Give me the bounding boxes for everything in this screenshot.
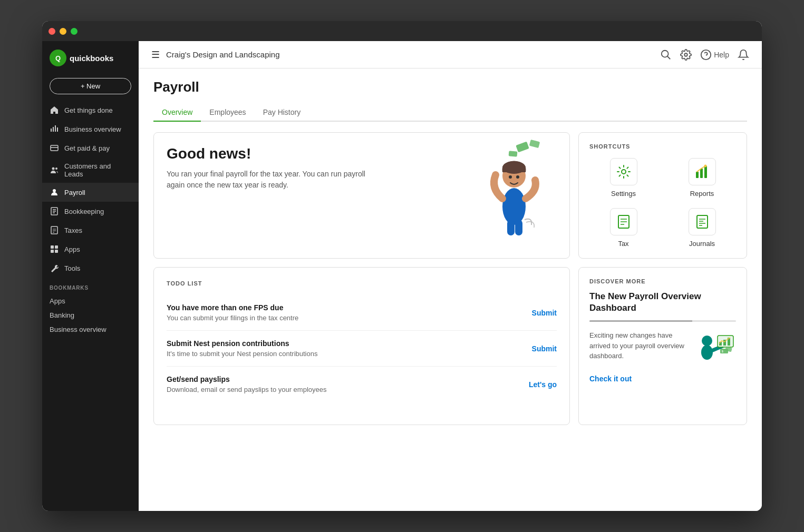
- svg-point-49: [701, 345, 713, 360]
- new-button-container: + New: [42, 75, 139, 101]
- bookmark-banking[interactable]: Banking: [50, 308, 131, 322]
- svg-rect-11: [51, 226, 57, 234]
- shortcut-settings[interactable]: Settings: [589, 158, 657, 198]
- todo-payslips-body: Download, email or send payslips to your…: [167, 386, 327, 393]
- sidebar-item-get-things-done[interactable]: Get things done: [42, 101, 139, 120]
- svg-point-27: [502, 188, 526, 225]
- svg-point-5: [55, 168, 57, 170]
- shortcuts-card: SHORTCUTS Settings: [578, 132, 747, 259]
- notifications-button[interactable]: [738, 49, 749, 61]
- svg-rect-36: [700, 169, 703, 178]
- discover-divider: [589, 320, 736, 322]
- settings-button[interactable]: [680, 49, 692, 61]
- svg-point-34: [622, 170, 626, 174]
- svg-point-48: [702, 336, 712, 346]
- sidebar-item-taxes[interactable]: Taxes: [42, 221, 139, 240]
- bookmark-business-overview[interactable]: Business overview: [50, 322, 131, 337]
- svg-point-21: [684, 53, 687, 56]
- discover-body-text: Exciting new changes have arrived to you…: [589, 330, 687, 361]
- discover-title: DISCOVER MORE: [589, 278, 736, 284]
- svg-rect-2: [51, 145, 58, 151]
- shortcut-reports[interactable]: Reports: [668, 158, 736, 198]
- sidebar-item-label: Taxes: [64, 226, 82, 234]
- todo-item-nest: Submit Nest pension contributions It's t…: [167, 331, 557, 367]
- search-button[interactable]: [660, 49, 672, 61]
- shortcut-journals-icon: [689, 208, 716, 235]
- company-name: Craig's Design and Landscaping: [166, 50, 654, 59]
- page-title: Payroll: [153, 79, 747, 95]
- main-content: ☰ Craig's Design and Landscaping Help: [139, 41, 762, 511]
- shortcut-journals[interactable]: Journals: [668, 208, 736, 248]
- close-button[interactable]: [49, 28, 55, 35]
- good-news-body: You ran your final payroll for the tax y…: [167, 169, 367, 191]
- page-content: Payroll Overview Employees Pay History G…: [139, 68, 762, 511]
- sidebar-item-get-paid-pay[interactable]: Get paid & pay: [42, 139, 139, 157]
- tab-overview[interactable]: Overview: [153, 104, 201, 122]
- top-actions: Help: [660, 49, 749, 61]
- todo-fps-heading: You have more than one FPS due: [167, 303, 298, 312]
- svg-rect-25: [529, 140, 540, 148]
- todo-card: TODO LIST You have more than one FPS due…: [153, 267, 570, 425]
- shortcut-settings-icon: [610, 158, 637, 185]
- shortcut-reports-icon: [689, 158, 716, 185]
- todo-fps-action[interactable]: Submit: [532, 309, 557, 317]
- sidebar-item-payroll[interactable]: Payroll: [42, 183, 139, 202]
- sidebar-item-customers-leads[interactable]: Customers and Leads: [42, 157, 139, 183]
- bookkeeping-icon: [50, 206, 59, 216]
- todo-payslips-action[interactable]: Let's go: [529, 380, 557, 389]
- sidebar-item-label: Get paid & pay: [64, 144, 110, 152]
- shortcut-tax[interactable]: Tax: [589, 208, 657, 248]
- svg-rect-15: [51, 245, 54, 249]
- svg-point-32: [509, 175, 512, 179]
- top-bar: ☰ Craig's Design and Landscaping Help: [139, 41, 762, 68]
- title-bar: [42, 21, 762, 41]
- new-button[interactable]: + New: [50, 78, 131, 94]
- shortcut-settings-label: Settings: [611, 190, 636, 198]
- discover-body: Exciting new changes have arrived to you…: [589, 330, 736, 367]
- todo-nest-body: It's time to submit your Nest pension co…: [167, 350, 317, 358]
- sidebar-item-bookkeeping[interactable]: Bookkeeping: [42, 202, 139, 221]
- svg-point-6: [53, 189, 56, 192]
- svg-rect-28: [507, 220, 515, 235]
- sidebar-item-tools[interactable]: Tools: [42, 259, 139, 278]
- sidebar-item-label: Tools: [64, 264, 80, 272]
- svg-rect-43: [697, 215, 708, 228]
- maximize-button[interactable]: [71, 28, 78, 35]
- check-it-out-button[interactable]: Check it out: [589, 375, 632, 383]
- discover-illustration: $: [694, 330, 736, 367]
- svg-line-20: [667, 56, 671, 59]
- svg-rect-29: [515, 220, 522, 235]
- svg-text:$: $: [722, 350, 723, 353]
- svg-rect-16: [55, 245, 58, 249]
- home-icon: [50, 105, 59, 115]
- minimize-button[interactable]: [60, 28, 66, 35]
- sidebar-item-label: Business overview: [64, 125, 121, 133]
- customers-icon: [50, 165, 59, 175]
- chart-icon: [50, 124, 59, 134]
- search-icon: [660, 49, 672, 61]
- sidebar-item-label: Payroll: [64, 189, 85, 196]
- shortcuts-title: SHORTCUTS: [589, 143, 736, 150]
- sidebar-item-label: Get things done: [64, 106, 113, 114]
- apps-icon: [50, 244, 59, 254]
- main-nav: Get things done Business overview Get pa…: [42, 101, 139, 278]
- help-button[interactable]: Help: [700, 49, 729, 61]
- celebration-illustration: [469, 138, 554, 238]
- sidebar-item-apps[interactable]: Apps: [42, 240, 139, 259]
- quickbooks-logo[interactable]: Q quickbooks: [50, 50, 113, 66]
- tab-employees[interactable]: Employees: [201, 104, 254, 122]
- menu-icon[interactable]: ☰: [151, 49, 160, 61]
- svg-rect-26: [509, 151, 518, 156]
- svg-point-33: [516, 175, 519, 179]
- todo-nest-action[interactable]: Submit: [532, 344, 557, 353]
- svg-rect-35: [696, 172, 699, 178]
- sidebar-item-business-overview[interactable]: Business overview: [42, 120, 139, 139]
- bookmarks-label: BOOKMARKS: [50, 285, 131, 291]
- todo-title: TODO LIST: [167, 280, 557, 287]
- sidebar-item-label: Apps: [64, 245, 80, 253]
- svg-rect-37: [704, 166, 707, 178]
- tab-pay-history[interactable]: Pay History: [255, 104, 309, 122]
- cards-grid: Good news! You ran your final payroll fo…: [153, 132, 747, 425]
- bookmark-apps[interactable]: Apps: [50, 294, 131, 308]
- svg-rect-24: [516, 142, 529, 153]
